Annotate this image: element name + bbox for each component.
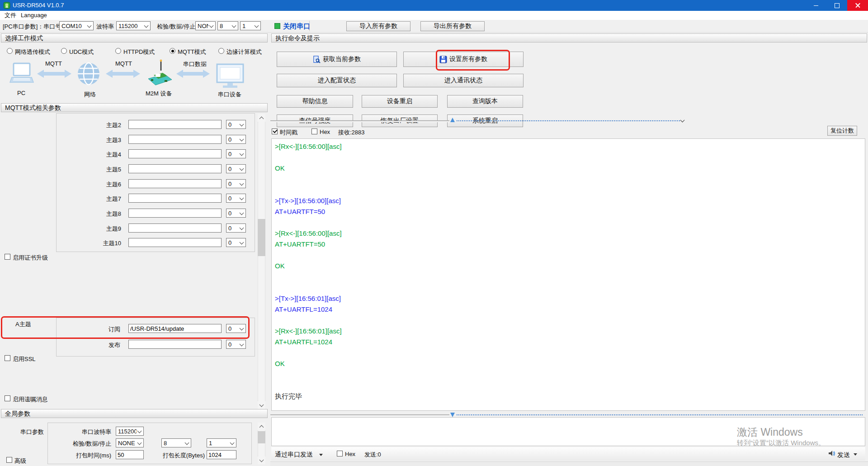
com-port-select[interactable]: COM10 xyxy=(59,21,94,30)
params-scrollbar[interactable] xyxy=(258,114,265,409)
log-line: AT+UARTFL=1024 xyxy=(275,304,332,315)
parity-data-stop-label: 检验/数据/停止 xyxy=(157,23,195,31)
maximize-button[interactable] xyxy=(826,0,847,11)
params-scroll-down[interactable] xyxy=(258,401,265,409)
will-message-label: 启用遗嘱消息 xyxy=(13,395,48,404)
log-area[interactable] xyxy=(271,138,865,411)
log-line: >[Rx<-][16:56:00][asc] xyxy=(275,228,342,239)
log-trackbar-end-mark xyxy=(680,118,685,123)
radio-net-transparent-label: 网络透传模式 xyxy=(15,48,50,56)
topic3-qos-select[interactable]: 0 xyxy=(226,135,246,144)
send-button[interactable]: 发送 xyxy=(837,451,850,459)
global-stopbits-select[interactable]: 1 xyxy=(207,438,236,447)
params-scroll-thumb[interactable] xyxy=(258,219,265,256)
close-serial-button[interactable]: 关闭串口 xyxy=(283,22,310,31)
global-scroll-thumb[interactable] xyxy=(258,431,265,443)
get-params-button[interactable]: 获取当前参数 xyxy=(277,52,397,67)
topic8-input[interactable] xyxy=(128,209,222,218)
diagram-node-m2m-label: M2M 设备 xyxy=(146,90,172,98)
radio-mqtt[interactable] xyxy=(170,48,175,54)
reset-count-button[interactable]: 复位计数 xyxy=(827,126,857,136)
global-baud-select[interactable]: 115200 xyxy=(116,427,144,436)
radio-udc[interactable] xyxy=(61,48,67,54)
global-scroll-up[interactable] xyxy=(258,423,265,430)
send-trackbar-thumb[interactable] xyxy=(450,413,455,417)
timestamp-checkbox[interactable] xyxy=(272,128,278,134)
help-info-button[interactable]: 帮助信息 xyxy=(277,95,353,108)
global-parity-select[interactable]: NONE xyxy=(116,438,144,447)
topic10-input[interactable] xyxy=(128,238,222,247)
menu-file[interactable]: 文件 xyxy=(2,11,19,20)
enter-comm-button[interactable]: 进入通讯状态 xyxy=(403,74,524,87)
cert-upgrade-checkbox[interactable] xyxy=(5,254,10,260)
topic4-input[interactable] xyxy=(128,149,222,158)
diagram-link-mqtt2-label: MQTT xyxy=(115,60,132,67)
will-message-checkbox[interactable] xyxy=(5,395,10,401)
topic2-label: 主题2 xyxy=(85,121,121,129)
menu-language[interactable]: Language xyxy=(18,11,50,20)
topic7-qos-select[interactable]: 0 xyxy=(226,194,246,203)
topic2-qos-select[interactable]: 0 xyxy=(226,120,246,129)
subscribe-topic-input[interactable] xyxy=(128,324,222,333)
topic9-qos-select[interactable]: 0 xyxy=(226,223,246,233)
export-params-button[interactable]: 导出所有参数 xyxy=(420,21,485,31)
subscribe-label: 订阅 xyxy=(90,325,120,333)
log-hex-checkbox[interactable] xyxy=(311,128,317,134)
subscribe-qos-select[interactable]: 0 xyxy=(226,324,246,333)
close-button[interactable] xyxy=(847,0,868,11)
log-trackbar-thumb[interactable] xyxy=(450,118,455,122)
chevron-down-icon xyxy=(137,441,142,445)
menu-bar: 文件 Language xyxy=(0,11,868,20)
radio-httpd[interactable] xyxy=(115,48,121,54)
app-icon xyxy=(3,2,10,9)
pack-time-input[interactable] xyxy=(116,450,144,459)
parity-select[interactable]: NONI xyxy=(195,21,216,30)
enter-config-button[interactable]: 进入配置状态 xyxy=(277,74,397,87)
advanced-checkbox[interactable] xyxy=(6,457,12,463)
radio-edge[interactable] xyxy=(218,48,224,54)
send-hex-checkbox[interactable] xyxy=(337,451,343,456)
topic2-input[interactable] xyxy=(128,120,222,129)
mqtt-arrow-icon xyxy=(37,69,71,79)
query-version-button[interactable]: 查询版本 xyxy=(447,95,523,108)
topic5-input[interactable] xyxy=(128,164,222,173)
chevron-down-icon xyxy=(240,122,244,127)
global-params-header: 全局参数 xyxy=(1,409,268,418)
stopbits-select[interactable]: 1 xyxy=(240,21,261,30)
radio-net-transparent[interactable] xyxy=(7,48,13,54)
log-line: >[Rx<-][16:56:00][asc] xyxy=(275,141,342,152)
params-scroll-up[interactable] xyxy=(258,114,265,122)
databits-select[interactable]: 8 xyxy=(217,21,238,30)
send-trackbar-line xyxy=(270,414,449,416)
topic6-qos-select[interactable]: 0 xyxy=(226,179,246,188)
set-params-button[interactable]: 设置所有参数 xyxy=(403,52,524,67)
chevron-down-icon xyxy=(209,24,214,28)
global-scroll-down[interactable] xyxy=(258,456,265,464)
topic6-input[interactable] xyxy=(128,179,222,188)
baud-select[interactable]: 115200 xyxy=(116,21,151,30)
send-via-serial-dropdown[interactable]: 通过串口发送 xyxy=(275,451,313,459)
minimize-button[interactable] xyxy=(806,0,826,11)
pack-length-input[interactable] xyxy=(207,450,236,459)
import-params-button[interactable]: 导入所有参数 xyxy=(346,21,410,31)
pack-length-label: 打包长度(Bytes) xyxy=(161,452,205,460)
device-reboot-button[interactable]: 设备重启 xyxy=(362,95,438,108)
topic3-input[interactable] xyxy=(128,135,222,144)
log-trackbar-line xyxy=(270,120,449,122)
topic4-qos-select[interactable]: 0 xyxy=(226,149,246,158)
topic7-input[interactable] xyxy=(128,194,222,203)
topic5-qos-select[interactable]: 0 xyxy=(226,164,246,173)
diagram-node-network-label: 网络 xyxy=(84,90,96,99)
topic10-qos-select[interactable]: 0 xyxy=(226,238,246,247)
log-line: 执行完毕 xyxy=(275,391,302,402)
global-baud-label: 串口波特率 xyxy=(71,428,111,436)
topic9-input[interactable] xyxy=(128,223,222,233)
publish-qos-select[interactable]: 0 xyxy=(226,340,246,349)
publish-topic-input[interactable] xyxy=(128,340,222,349)
ssl-checkbox[interactable] xyxy=(5,355,10,361)
topic8-qos-select[interactable]: 0 xyxy=(226,209,246,218)
diagram-link-serial-label: 串口数据 xyxy=(183,60,207,68)
windows-activation-watermark-line1: 激活 Windows xyxy=(737,425,803,439)
global-databits-select[interactable]: 8 xyxy=(161,438,191,447)
sent-count: 发送:0 xyxy=(364,451,381,459)
